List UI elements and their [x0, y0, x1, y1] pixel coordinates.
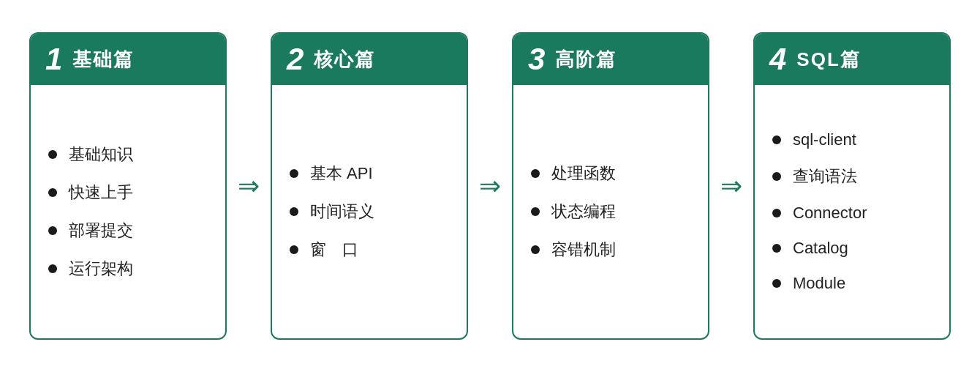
- card-3-item-label-3: 容错机制: [551, 239, 616, 261]
- card-3-item-label-1: 处理函数: [551, 163, 616, 185]
- card-1-header: 1基础篇: [31, 34, 225, 85]
- card-2-item-3: 窗 口: [290, 239, 449, 261]
- card-3-item-2: 状态编程: [531, 201, 690, 223]
- card-2-item-2: 时间语义: [290, 201, 449, 223]
- card-3-item-3: 容错机制: [531, 239, 690, 261]
- card-1-item-label-1: 基础知识: [69, 144, 133, 165]
- card-2-item-label-1: 基本 API: [310, 163, 373, 185]
- card-3-header: 3高阶篇: [513, 34, 708, 85]
- card-1-item-2: 快速上手: [48, 182, 208, 204]
- bullet-icon: [48, 264, 57, 273]
- card-1-title: 基础篇: [72, 47, 134, 72]
- card-4: 4SQL篇sql-client查询语法ConnectorCatalogModul…: [753, 32, 951, 340]
- card-4-body: sql-client查询语法ConnectorCatalogModule: [755, 85, 949, 338]
- card-4-item-4: Catalog: [772, 239, 932, 258]
- card-1-item-label-4: 运行架构: [69, 258, 133, 280]
- card-1-item-label-2: 快速上手: [69, 182, 133, 204]
- bullet-icon: [531, 245, 540, 254]
- card-3-number: 3: [528, 44, 545, 75]
- card-1-body: 基础知识快速上手部署提交运行架构: [31, 85, 225, 338]
- arrow-icon: ⇒: [238, 173, 260, 199]
- card-2-body: 基本 API时间语义窗 口: [272, 85, 467, 338]
- bullet-icon: [48, 226, 57, 235]
- bullet-icon: [772, 172, 781, 181]
- bullet-icon: [290, 207, 298, 216]
- arrow-icon: ⇒: [479, 173, 501, 199]
- arrow-2: ⇒: [468, 173, 512, 199]
- card-1: 1基础篇基础知识快速上手部署提交运行架构: [29, 32, 227, 340]
- card-3-item-1: 处理函数: [531, 163, 690, 185]
- card-4-item-3: Connector: [772, 204, 932, 223]
- card-2-item-1: 基本 API: [290, 163, 449, 185]
- card-1-item-3: 部署提交: [48, 220, 208, 242]
- card-4-title: SQL篇: [796, 47, 860, 72]
- arrow-icon: ⇒: [720, 173, 742, 199]
- bullet-icon: [772, 209, 781, 217]
- card-4-item-label-2: 查询语法: [793, 165, 857, 187]
- card-2-number: 2: [287, 44, 304, 75]
- card-1-item-4: 运行架构: [48, 258, 208, 280]
- arrow-3: ⇒: [709, 173, 753, 199]
- bullet-icon: [772, 244, 781, 253]
- card-4-item-label-1: sql-client: [793, 130, 856, 149]
- bullet-icon: [531, 169, 540, 178]
- card-1-number: 1: [45, 44, 62, 75]
- card-2-item-label-3: 窗 口: [310, 239, 358, 261]
- main-container: 1基础篇基础知识快速上手部署提交运行架构⇒2核心篇基本 API时间语义窗 口⇒3…: [0, 0, 980, 372]
- card-4-item-label-3: Connector: [793, 204, 867, 223]
- card-4-item-5: Module: [772, 274, 932, 293]
- arrow-1: ⇒: [227, 173, 271, 199]
- card-4-item-label-5: Module: [793, 274, 845, 293]
- card-1-item-1: 基础知识: [48, 144, 208, 165]
- card-2-title: 核心篇: [314, 47, 375, 72]
- card-4-item-label-4: Catalog: [793, 239, 848, 258]
- card-4-item-1: sql-client: [772, 130, 932, 149]
- bullet-icon: [772, 279, 781, 288]
- card-2-header: 2核心篇: [272, 34, 467, 85]
- bullet-icon: [772, 135, 781, 144]
- bullet-icon: [48, 188, 57, 197]
- bullet-icon: [290, 169, 298, 178]
- card-4-number: 4: [769, 44, 786, 75]
- bullet-icon: [531, 207, 540, 216]
- card-3: 3高阶篇处理函数状态编程容错机制: [512, 32, 709, 340]
- card-3-item-label-2: 状态编程: [551, 201, 616, 223]
- card-2: 2核心篇基本 API时间语义窗 口: [271, 32, 468, 340]
- bullet-icon: [48, 150, 57, 159]
- card-3-body: 处理函数状态编程容错机制: [513, 85, 708, 338]
- bullet-icon: [290, 245, 298, 254]
- card-4-header: 4SQL篇: [755, 34, 949, 85]
- card-1-item-label-3: 部署提交: [69, 220, 133, 242]
- card-3-title: 高阶篇: [555, 47, 617, 72]
- card-2-item-label-2: 时间语义: [310, 201, 374, 223]
- card-4-item-2: 查询语法: [772, 165, 932, 187]
